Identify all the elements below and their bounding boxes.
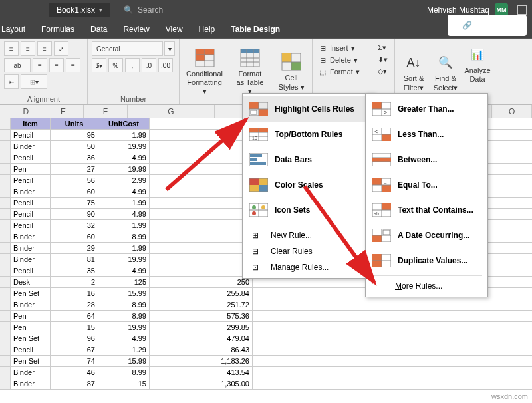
tab-help[interactable]: Help (191, 21, 223, 38)
share-button[interactable]: 🔗Share (448, 15, 527, 36)
tab-data[interactable]: Data (82, 21, 115, 38)
analyze-icon: 📊 (467, 44, 488, 65)
svg-point-40 (252, 211, 256, 215)
clear-button[interactable]: ◇▾ (376, 67, 390, 76)
tab-view[interactable]: View (158, 21, 191, 38)
svg-rect-45 (372, 102, 382, 109)
icon-sets-icon (249, 203, 268, 217)
menu-clear-rules[interactable]: ⊟Clear Rules› (243, 243, 374, 259)
sort-filter-icon: A↓ (403, 52, 424, 73)
merge-button[interactable]: ⊞▾ (21, 74, 47, 89)
delete-icon: ⊟ (318, 55, 327, 65)
color-scales-icon (249, 178, 268, 192)
table-row[interactable]: Pen648.99575.36 (0, 311, 532, 322)
table-row[interactable]: Pen1519.99299.85 (0, 322, 532, 333)
format-button[interactable]: ⬚Format ▾ (317, 67, 368, 77)
svg-text:10: 10 (252, 136, 257, 140)
align-middle-button[interactable]: ≡ (21, 41, 35, 56)
align-right-button[interactable]: ≡ (66, 58, 80, 72)
cell-styles-icon (281, 51, 302, 72)
svg-rect-13 (282, 53, 291, 62)
username[interactable]: Mehvish Mushtaq (427, 5, 489, 15)
svg-rect-2 (196, 55, 205, 61)
share-icon: 🔗 (454, 17, 480, 34)
col-d[interactable]: D (9, 105, 43, 118)
increase-decimal-button[interactable]: .0 (142, 58, 156, 72)
svg-rect-55 (372, 158, 391, 162)
table-row[interactable]: Binder288.99251.72 (0, 299, 532, 311)
table-row[interactable]: Binder468.99413.54 (0, 367, 532, 378)
table-row[interactable]: Pencil671.2986.43 (0, 344, 532, 356)
decrease-decimal-button[interactable]: .00 (158, 58, 173, 72)
tab-table-design[interactable]: Table Design (223, 21, 288, 38)
align-bottom-button[interactable]: ≡ (37, 41, 52, 56)
col-e[interactable]: E (43, 105, 84, 118)
col-o[interactable]: O (492, 105, 532, 118)
svg-rect-70 (372, 235, 382, 242)
data-bars-icon (249, 152, 268, 167)
menu-highlight-cells-rules[interactable]: Highlight Cells Rules› (243, 96, 374, 122)
svg-rect-30 (250, 154, 262, 157)
svg-rect-34 (259, 178, 268, 185)
window-mode-icon[interactable] (517, 5, 527, 15)
fill-button[interactable]: ⬇▾ (376, 55, 390, 65)
menu-top-bottom-rules[interactable]: 10 Top/Bottom Rules› (243, 122, 374, 147)
chevron-down-icon: ▾ (99, 7, 102, 13)
clear-rules-icon: ⊟ (252, 247, 264, 256)
search-input[interactable] (138, 5, 217, 15)
percent-button[interactable]: % (108, 58, 123, 72)
tab-layout[interactable]: Layout (0, 21, 33, 38)
insert-button[interactable]: ⊞Insert ▾ (317, 43, 368, 53)
manage-rules-icon: ⊡ (252, 263, 264, 272)
col-f[interactable]: F (84, 105, 128, 118)
menu-new-rule[interactable]: ⊞NNew Rule...ew Rule... (243, 227, 374, 243)
table-row[interactable]: Binder87151,305.00 (0, 378, 532, 390)
tab-formulas[interactable]: Formulas (33, 21, 82, 38)
number-format-chevron[interactable]: ▾ (164, 41, 175, 56)
col-g[interactable]: G (128, 105, 215, 118)
filename-display[interactable]: Book1.xlsx ▾ (49, 3, 110, 17)
search-box[interactable]: 🔍 (124, 5, 217, 15)
menu-more-rules[interactable]: More Rules... (366, 278, 487, 294)
svg-rect-32 (250, 162, 266, 165)
comma-button[interactable]: , (125, 58, 140, 72)
align-top-button[interactable]: ≡ (4, 41, 19, 56)
analyze-data-button[interactable]: 📊 Analyze Data (464, 41, 491, 86)
duplicate-values-icon (372, 253, 391, 268)
conditional-formatting-button[interactable]: Conditional Formatting ▾ (181, 41, 228, 102)
between-icon (372, 152, 391, 167)
menu-text-contains[interactable]: abText that Contains... (366, 198, 487, 223)
currency-button[interactable]: $▾ (92, 58, 106, 72)
menu-greater-than[interactable]: >Greater Than... (366, 96, 487, 122)
menu-duplicate-values[interactable]: Duplicate Values... (366, 248, 487, 273)
orientation-button[interactable]: ⤢ (54, 41, 68, 56)
menu-data-bars[interactable]: Data Bars› (243, 147, 374, 172)
number-format-select[interactable]: General (92, 41, 163, 56)
svg-rect-36 (259, 185, 268, 192)
indent-dec-button[interactable]: ⇤ (4, 74, 19, 89)
svg-rect-19 (259, 109, 268, 116)
svg-rect-73 (383, 230, 390, 235)
autosum-button[interactable]: Σ▾ (376, 43, 390, 53)
tab-review[interactable]: Review (115, 21, 157, 38)
menu-less-than[interactable]: <Less Than... (366, 122, 487, 147)
conditional-formatting-menu: Highlight Cells Rules› 10 Top/Bottom Rul… (242, 93, 375, 279)
table-row[interactable]: Pen Set7415.991,183.26 (0, 356, 532, 367)
align-left-button[interactable]: ≡ (33, 58, 47, 72)
align-center-button[interactable]: ≡ (49, 58, 64, 72)
wrap-text-button[interactable]: ab (4, 58, 31, 72)
menu-between[interactable]: Between... (366, 147, 487, 172)
date-occurring-icon (372, 228, 391, 243)
svg-rect-60 (382, 185, 391, 192)
menu-equal-to[interactable]: =Equal To... (366, 172, 487, 198)
menu-date-occurring[interactable]: A Date Occurring... (366, 223, 487, 248)
search-icon: 🔍 (124, 5, 134, 15)
menu-color-scales[interactable]: Color Scales› (243, 172, 374, 198)
svg-text:<: < (374, 128, 378, 135)
menu-manage-rules[interactable]: ⊡Manage Rules... (243, 259, 374, 275)
delete-button[interactable]: ⊟Delete ▾ (317, 55, 368, 65)
table-row[interactable]: Pen Set964.99479.04 (0, 333, 532, 344)
menu-icon-sets[interactable]: Icon Sets› (243, 198, 374, 223)
svg-rect-22 (251, 110, 257, 114)
svg-rect-50 (382, 134, 391, 141)
